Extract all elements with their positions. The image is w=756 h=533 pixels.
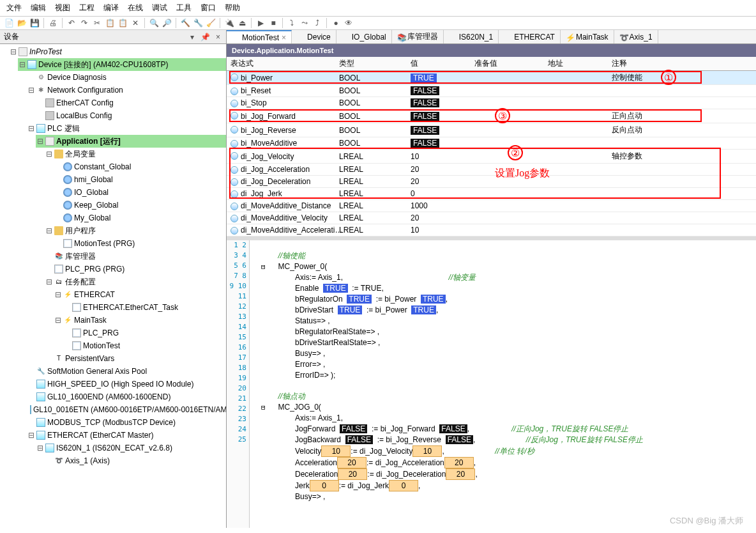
watch-row[interactable]: di_Jog_VelocityLREAL10轴控参数: [227, 150, 756, 164]
tree-ethercatcfg[interactable]: EtherCAT Config: [56, 97, 114, 109]
watch-col-expr[interactable]: 表达式: [227, 57, 335, 71]
watch-row[interactable]: di_MoveAdditive_Accelerati…LREAL10: [227, 224, 756, 236]
clean-icon[interactable]: 🧹: [206, 18, 216, 28]
device-tree[interactable]: ⊟InProTest ⊟Device [连接的] (AM402-CPU1608T…: [0, 44, 226, 528]
watch-row[interactable]: bi_Jog_ForwardBOOLFALSE正向点动: [227, 109, 756, 123]
watch-prepared[interactable]: [471, 71, 544, 85]
tab-motiontest[interactable]: MotionTest ×: [227, 30, 292, 43]
tree-lib[interactable]: 库管理器: [65, 250, 96, 263]
watch-row[interactable]: bi_PowerBOOLTRUE控制使能: [227, 71, 756, 85]
delete-icon[interactable]: ✕: [130, 18, 140, 28]
watch-value[interactable]: FALSE: [407, 85, 471, 97]
watch-value[interactable]: 20: [407, 176, 471, 188]
tree-device[interactable]: Device [连接的] (AM402-CPU1608TP): [38, 58, 168, 71]
cut-icon[interactable]: ✂: [92, 18, 102, 28]
tree-application[interactable]: Application [运行]: [56, 135, 121, 148]
login-icon[interactable]: 🔌: [224, 18, 234, 28]
watch-col-prepared[interactable]: 准备值: [471, 57, 544, 71]
code-editor[interactable]: 1 2 3 4 5 6 7 8 9 10 11 12 13 14 15 16 1…: [227, 236, 756, 528]
tree-g4[interactable]: Keep_Global: [74, 199, 118, 212]
watch-row[interactable]: di_Jog_DecelerationLREAL20: [227, 176, 756, 188]
start-icon[interactable]: ▶: [255, 18, 266, 28]
buildall-icon[interactable]: 🔧: [193, 18, 203, 28]
panel-close-icon[interactable]: ×: [214, 33, 222, 42]
watch-value[interactable]: 20: [407, 164, 471, 176]
tree-axis[interactable]: Axis_1 (Axis): [65, 454, 110, 467]
tree-network[interactable]: Network Configuration: [47, 84, 123, 97]
tree-root[interactable]: InProTest: [29, 45, 62, 58]
watch-row[interactable]: bi_MoveAdditiveBOOLFALSE: [227, 137, 756, 150]
watch-row[interactable]: bi_ResetBOOLFALSE: [227, 85, 756, 97]
tree-hsio[interactable]: HIGH_SPEED_IO (High Speed IO Module): [47, 378, 193, 390]
tree-localbus[interactable]: LocalBus Config: [56, 109, 112, 122]
watch-row[interactable]: bi_Jog_ReverseBOOLFALSE反向点动: [227, 123, 756, 137]
menu-debug[interactable]: 调试: [152, 3, 167, 13]
redo-icon[interactable]: ↷: [79, 18, 89, 28]
watch-col-value[interactable]: 值: [407, 57, 471, 71]
watch-prepared[interactable]: [471, 212, 544, 224]
tree-modbus[interactable]: MODBUS_TCP (ModbusTCP Device): [47, 416, 176, 429]
watch-value[interactable]: 20: [407, 212, 471, 224]
watch-icon[interactable]: 👁: [344, 18, 354, 28]
stepout-icon[interactable]: ⤴: [312, 18, 322, 28]
watch-value[interactable]: FALSE: [407, 123, 471, 137]
menu-online[interactable]: 在线: [128, 3, 143, 13]
open-icon[interactable]: 📂: [17, 18, 27, 28]
watch-prepared[interactable]: [471, 224, 544, 236]
code-content[interactable]: //轴使能 ⊟ MC_Power_0( Axis:= Axis_1, //轴变量…: [250, 240, 756, 528]
watch-row[interactable]: di_Jog_AccelerationLREAL20: [227, 164, 756, 176]
watch-prepared[interactable]: [471, 97, 544, 109]
logout-icon[interactable]: ⏏: [237, 18, 247, 28]
tree-g3[interactable]: IO_Global: [74, 186, 109, 199]
print-icon[interactable]: 🖨: [48, 18, 58, 28]
tree-gl10[interactable]: GL10_1600END (AM600-1600END): [47, 390, 170, 403]
tree-softm[interactable]: SoftMotion General Axis Pool: [47, 365, 147, 378]
watch-col-comment[interactable]: 注释: [608, 57, 756, 71]
panel-arrow-icon[interactable]: ▾: [188, 33, 196, 42]
new-icon[interactable]: 📄: [4, 18, 14, 28]
watch-prepared[interactable]: [471, 200, 544, 212]
tree-pv[interactable]: PersistentVars: [65, 352, 114, 365]
tree-teth[interactable]: ETHERCAT: [74, 288, 115, 301]
watch-row[interactable]: di_MoveAdditive_DistanceLREAL1000: [227, 200, 756, 212]
tab-ioglobal[interactable]: IO_Global: [336, 30, 392, 43]
tree-is620[interactable]: IS620N_1 (IS620N_ECAT_v2.6.8): [56, 442, 172, 454]
step-icon[interactable]: ⤵: [287, 18, 297, 28]
tree-globals[interactable]: 全局变量: [65, 148, 96, 160]
watch-value[interactable]: 10: [407, 224, 471, 236]
menu-help[interactable]: 帮助: [225, 3, 240, 13]
paste-icon[interactable]: 📋: [117, 18, 128, 28]
tree-g1[interactable]: Constant_Global: [74, 160, 131, 173]
tree-plcprg[interactable]: PLC_PRG (PRG): [65, 263, 125, 275]
watch-prepared[interactable]: [471, 123, 544, 137]
menu-file[interactable]: 文件: [6, 3, 22, 13]
watch-row[interactable]: di_Jog_JerkLREAL0: [227, 188, 756, 200]
tab-is620[interactable]: IS620N_1: [444, 30, 499, 43]
panel-pin-icon[interactable]: 📌: [199, 33, 212, 42]
menu-edit[interactable]: 编辑: [31, 3, 46, 13]
tree-motiontest[interactable]: MotionTest (PRG): [74, 237, 135, 250]
watch-table[interactable]: 表达式 类型 值 准备值 地址 注释 bi_PowerBOOLTRUE控制使能b…: [227, 57, 756, 236]
menu-build[interactable]: 编译: [103, 3, 119, 13]
tree-plclogic[interactable]: PLC 逻辑: [47, 122, 80, 135]
findnext-icon[interactable]: 🔎: [162, 18, 172, 28]
tree-g2[interactable]: hmi_Global: [74, 173, 113, 186]
undo-icon[interactable]: ↶: [66, 18, 77, 28]
tab-ethercat[interactable]: ETHERCAT: [499, 30, 561, 43]
tab-lib[interactable]: 📚库管理器: [392, 30, 444, 43]
watch-value[interactable]: 10: [407, 150, 471, 164]
copy-icon[interactable]: 📋: [105, 18, 115, 28]
tree-gl16[interactable]: GL10_0016ETN (AM600-0016ETP/AM600-0016ET…: [33, 403, 226, 416]
watch-prepared[interactable]: [471, 188, 544, 200]
menu-window[interactable]: 窗口: [200, 3, 216, 13]
find-icon[interactable]: 🔍: [149, 18, 159, 28]
tab-axis[interactable]: ➰Axis_1: [614, 30, 658, 43]
tab-device[interactable]: Device: [292, 30, 336, 43]
watch-col-address[interactable]: 地址: [544, 57, 608, 71]
tree-ethm[interactable]: ETHERCAT (EtherCAT Master): [47, 429, 153, 442]
tree-user[interactable]: 用户程序: [65, 224, 96, 237]
save-icon[interactable]: 💾: [29, 18, 40, 28]
breakpoint-icon[interactable]: ●: [331, 18, 341, 28]
menu-project[interactable]: 工程: [79, 3, 94, 13]
watch-col-type[interactable]: 类型: [335, 57, 407, 71]
